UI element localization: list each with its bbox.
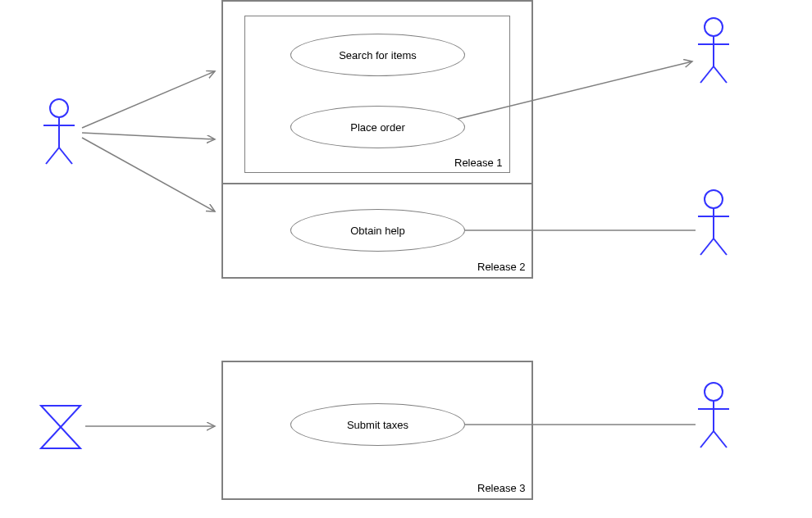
arrow-customer-to-release2 (82, 138, 215, 211)
actor-help (698, 190, 729, 255)
usecase-help-label: Obtain help (350, 225, 405, 237)
svg-line-8 (700, 66, 714, 83)
svg-line-4 (59, 148, 72, 164)
divider-line (223, 183, 531, 184)
release3-label: Release 3 (477, 482, 526, 494)
release2-label: Release 2 (477, 261, 526, 273)
svg-point-0 (50, 99, 68, 117)
usecase-help: Obtain help (290, 209, 465, 252)
svg-line-18 (700, 431, 714, 448)
svg-point-5 (705, 18, 723, 36)
svg-point-10 (705, 190, 723, 208)
usecase-search: Search for items (290, 34, 465, 76)
timer-icon (41, 406, 80, 448)
svg-line-9 (714, 66, 727, 83)
svg-marker-20 (41, 406, 80, 427)
usecase-taxes: Submit taxes (290, 403, 465, 446)
usecase-place-label: Place order (350, 121, 404, 134)
svg-marker-21 (41, 427, 80, 448)
usecase-taxes-label: Submit taxes (347, 419, 408, 431)
arrow-customer-to-place (82, 133, 215, 139)
arrow-customer-to-search (82, 71, 215, 128)
svg-point-15 (705, 383, 723, 401)
actor-topright (698, 18, 729, 83)
svg-line-3 (46, 148, 59, 164)
release1-label: Release 1 (454, 157, 503, 169)
actor-customer (43, 99, 75, 164)
svg-line-14 (714, 239, 727, 255)
usecase-place: Place order (290, 106, 465, 148)
actor-tax (698, 383, 729, 448)
usecase-search-label: Search for items (339, 49, 417, 61)
svg-line-13 (700, 239, 714, 255)
svg-line-19 (714, 431, 727, 448)
